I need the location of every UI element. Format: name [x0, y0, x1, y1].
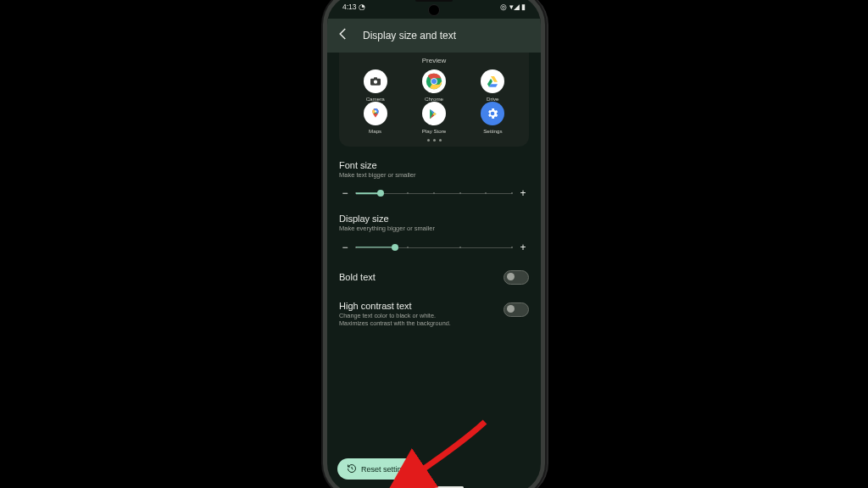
svg-point-5: [431, 79, 437, 84]
font-size-increase[interactable]: +: [517, 187, 529, 199]
high-contrast-desc: Change text color to black or white. Max…: [339, 312, 466, 327]
preview-app-grid: Camera Chrome Drive: [346, 69, 522, 134]
high-contrast-toggle[interactable]: [504, 302, 529, 317]
bold-text-toggle[interactable]: [504, 270, 529, 285]
app-chrome[interactable]: Chrome: [422, 69, 446, 102]
svg-rect-2: [374, 77, 377, 79]
preview-card: Preview Camera Chrome: [339, 53, 529, 147]
drive-icon: [481, 69, 504, 93]
app-drive[interactable]: Drive: [481, 69, 504, 102]
settings-icon: [481, 102, 504, 125]
app-camera[interactable]: Camera: [364, 69, 387, 102]
display-size-title: Display size: [339, 214, 529, 224]
display-size-desc: Make everything bigger or smaller: [339, 225, 529, 232]
app-maps[interactable]: Maps: [364, 102, 387, 134]
bold-text-label: Bold text: [339, 272, 504, 282]
page-title: Display size and text: [363, 30, 456, 42]
reset-settings-label: Reset settings: [361, 465, 409, 474]
maps-icon: [364, 102, 387, 125]
font-size-desc: Make text bigger or smaller: [339, 171, 529, 179]
svg-point-1: [374, 80, 377, 84]
app-bar: Display size and text: [327, 19, 541, 53]
display-size-section: Display size Make everything bigger or s…: [337, 214, 531, 253]
display-size-decrease[interactable]: −: [339, 241, 351, 253]
status-icons: ◎ ▾◢ ▮: [500, 3, 526, 11]
preview-page-dots: [346, 139, 522, 141]
history-icon: [347, 462, 361, 477]
app-play-store[interactable]: Play Store: [422, 102, 447, 134]
display-size-increase[interactable]: +: [517, 241, 529, 253]
font-size-decrease[interactable]: −: [339, 187, 351, 199]
font-size-title: Font size: [339, 160, 529, 170]
chrome-icon: [422, 69, 446, 93]
camera-icon: [364, 69, 387, 93]
app-settings[interactable]: Settings: [481, 102, 504, 134]
preview-label: Preview: [346, 57, 522, 64]
status-time: 4:13: [342, 3, 357, 11]
screen: 4:13 ◔ ◎ ▾◢ ▮ Display size and text Prev…: [327, 0, 541, 488]
high-contrast-row: High contrast text Change text color to …: [337, 301, 531, 327]
high-contrast-label: High contrast text: [339, 301, 504, 311]
phone-frame: 4:13 ◔ ◎ ▾◢ ▮ Display size and text Prev…: [323, 0, 545, 488]
display-size-slider[interactable]: [356, 241, 512, 254]
font-size-slider[interactable]: [356, 186, 512, 200]
play-store-icon: [422, 102, 446, 125]
reset-settings-button[interactable]: Reset settings: [337, 458, 419, 480]
status-bar: 4:13 ◔ ◎ ▾◢ ▮: [327, 0, 541, 19]
content: Preview Camera Chrome: [327, 53, 541, 488]
back-icon[interactable]: [336, 26, 363, 45]
font-size-section: Font size Make text bigger or smaller − …: [337, 160, 531, 200]
bold-text-row: Bold text: [337, 270, 531, 285]
